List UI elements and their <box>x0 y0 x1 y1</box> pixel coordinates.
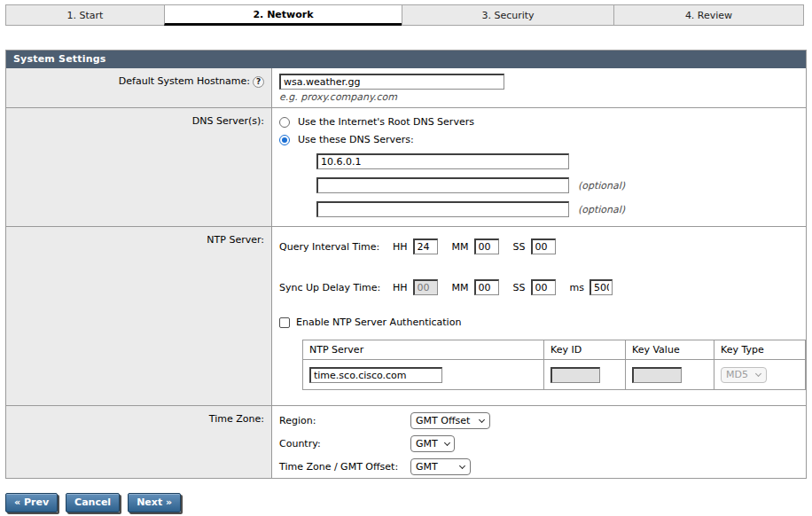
country-label: Country: <box>279 438 410 450</box>
wizard-tabs: 1. Start 2. Network 3. Security 4. Revie… <box>5 4 807 26</box>
sync-ms-input[interactable] <box>589 279 613 295</box>
sync-delay-label: Sync Up Delay Time: <box>279 282 393 293</box>
root-dns-radio[interactable] <box>279 117 290 128</box>
ntp-table-header-row: NTP Server Key ID Key Value Key Type <box>303 340 806 360</box>
ntp-server-table: NTP Server Key ID Key Value Key Type <box>302 340 806 390</box>
sync-hh-input <box>413 279 438 295</box>
ntp-table-row: MD5 <box>303 360 806 390</box>
wizard-footer: « Prev Cancel Next » <box>5 493 807 516</box>
tab-start[interactable]: 1. Start <box>5 4 165 26</box>
ntp-server-input[interactable] <box>309 367 442 383</box>
key-id-input <box>550 367 600 383</box>
hostname-row: Default System Hostname:? e.g. proxy.com… <box>6 68 806 107</box>
tab-review[interactable]: 4. Review <box>613 4 804 26</box>
country-line: Country: GMT <box>279 435 806 452</box>
dns-server-2-line: (optional) <box>316 177 806 193</box>
sync-ss-input[interactable] <box>531 279 556 295</box>
ss-label: SS <box>513 241 526 253</box>
prev-button[interactable]: « Prev <box>5 493 58 512</box>
dns-label: DNS Server(s): <box>192 115 264 127</box>
country-select[interactable]: GMT <box>410 435 455 452</box>
panel-title: System Settings <box>6 51 806 68</box>
region-select[interactable]: GMT Offset <box>410 412 490 429</box>
query-interval-line: Query Interval Time: HH MM SS <box>279 238 806 254</box>
ss-label: SS <box>513 282 526 293</box>
hostname-label-cell: Default System Hostname:? <box>6 68 272 107</box>
query-hh-input[interactable] <box>413 238 438 254</box>
hostname-input[interactable] <box>279 74 504 90</box>
ntp-auth-line: Enable NTP Server Authentication <box>279 317 806 328</box>
system-settings-panel: System Settings Default System Hostname:… <box>5 50 807 479</box>
country-selected-value: GMT <box>416 438 438 450</box>
optional-label: (optional) <box>578 204 625 215</box>
chevron-down-icon <box>755 371 761 377</box>
key-type-selected-value: MD5 <box>726 369 748 380</box>
dns-server-1-input[interactable] <box>316 153 569 169</box>
region-selected-value: GMT Offset <box>416 415 470 426</box>
chevron-down-icon <box>479 417 485 423</box>
gmt-offset-label: Time Zone / GMT Offset: <box>279 461 410 473</box>
hh-label: HH <box>393 282 408 293</box>
chevron-down-icon <box>459 463 465 469</box>
timezone-label-cell: Time Zone: <box>6 406 272 478</box>
dns-label-cell: DNS Server(s): <box>6 108 272 226</box>
cancel-button[interactable]: Cancel <box>66 493 120 512</box>
sync-delay-line: Sync Up Delay Time: HH MM SS ms <box>279 279 806 295</box>
dns-value-cell: Use the Internet's Root DNS Servers Use … <box>272 108 806 226</box>
optional-label: (optional) <box>578 180 625 192</box>
col-header-key-id: Key ID <box>544 340 626 360</box>
mm-label: MM <box>452 282 469 293</box>
ntp-label-cell: NTP Server: <box>6 227 272 405</box>
dns-row: DNS Server(s): Use the Internet's Root D… <box>6 107 806 226</box>
ms-label: ms <box>570 282 584 293</box>
key-value-input <box>632 367 682 383</box>
ntp-auth-label: Enable NTP Server Authentication <box>296 317 461 328</box>
dns-server-2-input[interactable] <box>316 177 569 193</box>
dns-server-3-input[interactable] <box>316 201 569 217</box>
gmt-offset-select[interactable]: GMT <box>410 458 471 475</box>
dns-option-root: Use the Internet's Root DNS Servers <box>279 116 806 128</box>
region-line: Region: GMT Offset <box>279 412 806 429</box>
hostname-hint: e.g. proxy.company.com <box>279 91 806 103</box>
help-icon[interactable]: ? <box>253 76 264 88</box>
next-button[interactable]: Next » <box>128 493 181 512</box>
custom-dns-radio[interactable] <box>279 135 290 145</box>
tab-network[interactable]: 2. Network <box>164 4 402 26</box>
ntp-label: NTP Server: <box>207 234 264 246</box>
col-header-key-value: Key Value <box>626 340 714 360</box>
dns-server-1-line <box>316 153 806 169</box>
ntp-auth-checkbox[interactable] <box>279 317 290 328</box>
gmt-offset-line: Time Zone / GMT Offset: GMT <box>279 458 806 475</box>
hostname-value-cell: e.g. proxy.company.com <box>272 68 806 107</box>
key-type-select: MD5 <box>721 367 767 383</box>
col-header-key-type: Key Type <box>714 340 806 360</box>
dns-option-custom: Use these DNS Servers: <box>279 134 806 145</box>
sync-mm-input[interactable] <box>474 279 499 295</box>
col-header-ntp-server: NTP Server <box>303 340 544 360</box>
dns-server-3-line: (optional) <box>316 201 806 217</box>
hostname-label: Default System Hostname: <box>119 75 250 87</box>
query-ss-input[interactable] <box>531 238 556 254</box>
hh-label: HH <box>393 241 408 253</box>
region-label: Region: <box>279 415 410 426</box>
setup-wizard-page: 1. Start 2. Network 3. Security 4. Revie… <box>0 4 812 516</box>
custom-dns-radio-label: Use these DNS Servers: <box>298 134 414 145</box>
ntp-value-cell: Query Interval Time: HH MM SS Sync Up De… <box>272 227 806 405</box>
chevron-down-icon <box>444 440 450 446</box>
query-interval-label: Query Interval Time: <box>279 241 393 253</box>
mm-label: MM <box>452 241 469 253</box>
query-mm-input[interactable] <box>474 238 499 254</box>
root-dns-radio-label: Use the Internet's Root DNS Servers <box>298 116 474 128</box>
ntp-row: NTP Server: Query Interval Time: HH MM S… <box>6 226 806 405</box>
timezone-value-cell: Region: GMT Offset Country: GMT Time Zon… <box>272 406 806 478</box>
timezone-label: Time Zone: <box>209 413 264 425</box>
timezone-row: Time Zone: Region: GMT Offset Country: G… <box>6 405 806 478</box>
tab-security[interactable]: 3. Security <box>402 4 614 26</box>
gmt-offset-selected-value: GMT <box>416 461 438 473</box>
